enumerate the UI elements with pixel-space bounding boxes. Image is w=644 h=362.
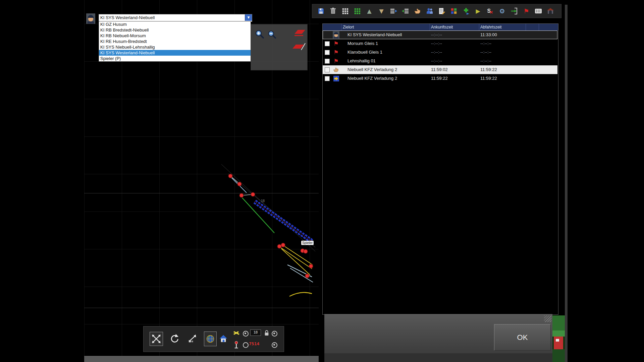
ankunft-cell: 11:59:02 [431,67,448,72]
add-destination-icon[interactable] [460,5,472,17]
dialog-right-edge [565,5,568,362]
route-number-display: 7514 [249,341,259,346]
dropdown-arrow-icon[interactable]: ▼ [245,14,252,21]
zielort-cell: Lehnshallig 01 [347,58,376,63]
pan-mode-button[interactable] [150,332,163,346]
abfahrt-cell: 11:59:22 [480,67,497,72]
ankunft-cell: --:--:-- [431,41,442,46]
flag-icon: ⚑ [332,57,340,65]
depot-icon[interactable] [544,5,556,17]
column-zielort[interactable]: Zielort [343,25,354,29]
map-bottom-strip [84,356,319,362]
column-abfahrtszeit[interactable]: Abfahrtszeit [480,25,501,29]
row-checkbox[interactable] [325,76,330,81]
extract-row-icon[interactable] [399,5,412,17]
rotate-view-button[interactable] [168,332,181,345]
dropdown-option[interactable]: KI RB Bredstedt-Niebuell [99,27,251,33]
edit-list-icon[interactable] [436,5,448,17]
grid-green-icon[interactable] [351,5,363,17]
train-dropdown-list: KI GZ Husum KI RB Bredstedt-Niebuell KI … [99,21,251,62]
marker-toggle-icon[interactable] [272,331,277,337]
home-view-button[interactable] [217,332,230,345]
map-edit-toolbar: 18 7514 [143,326,284,352]
schedule-row[interactable]: ⚑ Klanxbuell Gleis 1 --:--:-- --:--:-- [323,48,557,57]
track-edit-icon[interactable] [291,42,306,52]
flag-icon: ⚑ [332,40,340,47]
keypad-icon[interactable] [532,5,544,17]
abfahrt-cell: --:--:-- [480,41,491,46]
row-checkbox[interactable] [325,67,330,72]
node-toggle-icon[interactable] [272,342,277,348]
schedule-row-selected[interactable]: Niebuell KFZ Verladung 2 11:59:02 11:59:… [323,65,557,74]
world-view-sliver [552,315,565,362]
track-number-label: 18 [261,199,265,203]
flag-icon[interactable]: ⚑ [520,5,532,17]
move-down-icon[interactable]: ▼ [375,5,387,17]
signal-toggle-icon[interactable] [243,331,249,337]
column-ankunftszeit[interactable]: Ankunftszeit [431,25,453,29]
remove-stop-icon[interactable]: S × [484,5,496,17]
schedule-row[interactable]: ⚑ Morsum Gleis 1 --:--:-- --:--:-- [323,39,557,48]
dropdown-option[interactable]: KI SYS Niebuell-Lehnshallig [99,44,251,50]
train-select-dropdown[interactable]: KI SYS Westerland-Niebuell ▼ [99,14,252,22]
dropdown-option-selected[interactable]: KI SYS Westerland-Niebuell [99,50,251,56]
settings-icon[interactable]: ⚙ [496,5,508,17]
exit-icon[interactable] [508,5,520,17]
crossing-sign-icon[interactable] [233,329,240,338]
gradient-value-box[interactable]: 18 [250,329,261,336]
player-train-label: Spieler [301,241,314,245]
lock-icon[interactable] [264,329,270,337]
move-up-icon[interactable]: ▲ [363,5,375,17]
abfahrt-cell: --:--:-- [480,50,491,55]
ok-button[interactable]: OK [494,324,551,351]
zoom-out-icon[interactable] [267,29,277,40]
zielort-cell: Niebuell KFZ Verladung 2 [347,67,397,72]
grid-icon[interactable] [339,5,351,17]
abfahrt-cell: 11:59:22 [480,76,497,81]
zoom-in-icon[interactable] [254,29,265,40]
dropdown-option[interactable]: KI GZ Husum [99,21,251,27]
abfahrt-cell: 11:33:00 [480,32,497,37]
jump-to-object-button[interactable] [186,332,199,345]
ankunft-cell: 11:59:22 [431,76,448,81]
track-style-icon[interactable] [293,28,307,37]
schedule-row[interactable]: ⚑ Lehnshallig 01 --:--:-- --:--:-- [323,57,557,65]
goto-icon[interactable]: ▶ [472,5,484,17]
selected-train-label: KI SYS Westerland-Niebuell [100,15,155,20]
dropdown-option[interactable]: KI RE Husum-Bredstedt [99,39,251,44]
dropdown-option[interactable]: Spieler (P) [99,56,251,61]
driver-avatar [86,13,95,24]
ankunft-cell: --:--:-- [431,58,442,63]
dropdown-option[interactable]: KI RB Niebuell-Morsum [99,33,251,39]
schedule-row[interactable]: KI SYS Westerland-Niebuell --:--:-- 11:3… [323,31,557,39]
delete-icon[interactable] [327,5,339,17]
zielort-cell: Niebuell KFZ Verladung 2 [347,76,397,81]
signal-icon[interactable] [233,340,240,350]
resize-grip[interactable] [544,315,551,322]
map-view-button[interactable] [204,331,217,346]
schedule-toolbar: ▲ ▼ ▶ S × ⚙ [312,4,561,18]
schedule-table: Zielort Ankunftszeit Abfahrtszeit KI SYS… [322,23,558,315]
color-grid-icon[interactable] [448,5,460,17]
zielort-cell: KI SYS Westerland-Niebuell [347,32,402,37]
zielort-cell: Morsum Gleis 1 [347,41,378,46]
ankunft-cell: --:--:-- [431,32,442,37]
save-icon[interactable] [315,5,327,17]
ankunft-cell: --:--:-- [431,50,442,55]
eep-schedule-screen: { "map_panel": { "train_selector": { "se… [0,0,644,362]
row-checkbox[interactable] [325,50,330,55]
abfahrt-cell: --:--:-- [480,58,491,63]
row-checkbox[interactable] [325,59,330,64]
schedule-row[interactable]: Niebuell KFZ Verladung 2 11:59:22 11:59:… [323,74,557,83]
insert-row-icon[interactable] [387,5,399,17]
dialog-bottom-strip [324,353,552,362]
zielort-cell: Klanxbuell Gleis 1 [347,50,382,55]
track-route-drawing [215,158,319,308]
route-toggle-icon[interactable] [243,342,249,348]
map-mini-toolbar [251,24,308,70]
row-checkbox[interactable] [325,41,330,46]
flag-icon: ⚑ [332,49,340,56]
select-hand-icon[interactable] [412,5,424,17]
schedule-table-header: Zielort Ankunftszeit Abfahrtszeit [323,24,558,31]
passengers-icon[interactable] [424,5,436,17]
